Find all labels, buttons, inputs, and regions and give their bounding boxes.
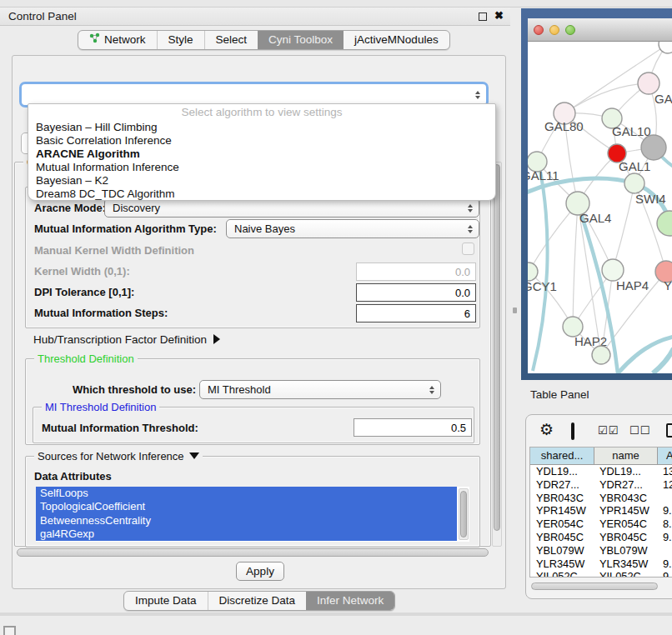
data-attribute-item[interactable]: SelfLoops [36, 487, 457, 500]
aracne-mode-combobox[interactable]: Discovery [104, 198, 479, 218]
network-edge[interactable] [613, 183, 634, 270]
network-node-label: GAL4 [579, 211, 611, 225]
network-edge[interactable] [618, 337, 672, 373]
table-row[interactable]: YLR345WYLR345W9. [530, 558, 672, 571]
tab-label: Impute Data [135, 592, 197, 610]
table-cell: YER054C [594, 518, 657, 531]
network-node-label: GAL10 [612, 124, 651, 138]
table-panel-title: Table Panel [530, 388, 589, 401]
manual-kernel-checkbox[interactable] [462, 242, 474, 255]
tab-style[interactable]: Style [157, 31, 204, 49]
table-horizontal-scrollbar[interactable] [531, 582, 658, 590]
split-pane-icon[interactable] [571, 422, 574, 440]
algorithm-option[interactable]: Dream8 DC_TDC Algorithm [28, 188, 495, 201]
network-canvas[interactable]: GALGAL80GAL10GAL1GAL11SWI4GAL4GCY1HAP4YH… [528, 42, 672, 373]
hub-definition-expander[interactable]: Hub/Transcription Factor Definition [33, 333, 220, 346]
settings-horizontal-scrollbar[interactable] [17, 548, 489, 557]
network-edge[interactable] [573, 203, 578, 327]
mi-threshold-field[interactable] [354, 418, 472, 437]
table-row[interactable]: YBL079WYBL079W [530, 544, 672, 558]
table-cell: YLR345W [594, 558, 657, 571]
table-cell: 9. [657, 570, 672, 577]
network-node-label: Y [664, 278, 672, 292]
mi-type-combobox[interactable]: Naive Bayes [226, 219, 479, 238]
table-row[interactable]: YBR045CYBR045C9. [530, 531, 672, 544]
zoom-traffic-light-icon[interactable] [565, 25, 575, 35]
gear-icon[interactable]: ⚙ [539, 422, 554, 438]
mi-steps-label: Mutual Information Steps: [34, 307, 168, 319]
dpi-tolerance-label: DPI Tolerance [0,1]: [34, 286, 134, 298]
table-panel-card: ⚙ ☑☑ ☐☐ shared...nameA YDL19...YDL19...1… [525, 414, 672, 599]
tab-label: Cyni Toolbox [268, 31, 333, 49]
tab-jactivemnodules[interactable]: jActiveMNodules [344, 31, 449, 49]
settings-vertical-scrollbar[interactable] [492, 162, 502, 547]
algorithm-option[interactable]: Basic Correlation Inference [28, 134, 495, 148]
algorithm-option[interactable]: ARACNE Algorithm [28, 148, 495, 161]
algorithm-option[interactable]: Bayesian – Hill Climbing [28, 121, 495, 134]
table-row[interactable]: YBR043CYBR043C [530, 492, 672, 505]
tab-impute-data[interactable]: Impute Data [124, 592, 208, 610]
network-window-titlebar[interactable] [528, 18, 672, 42]
network-tab-icon [89, 31, 100, 49]
tab-label: jActiveMNodules [354, 31, 439, 49]
which-threshold-label: Which threshold to use: [73, 383, 196, 396]
algorithm-option[interactable]: Bayesian – K2 [28, 174, 495, 188]
combo-stepper-icon [468, 204, 473, 212]
minimize-traffic-light-icon[interactable] [549, 25, 559, 35]
combo-stepper-icon [468, 225, 473, 233]
close-traffic-light-icon[interactable] [534, 25, 544, 35]
tab-network[interactable]: Network [78, 31, 157, 49]
sources-title[interactable]: Sources for Network Inference [34, 450, 203, 462]
mi-steps-field[interactable] [356, 304, 476, 322]
table-row[interactable]: YDL19...YDL19...13 [530, 465, 672, 478]
network-node-label: GAL80 [544, 119, 584, 133]
algorithm-option[interactable]: Mutual Information Inference [28, 161, 495, 174]
mi-type-value: Naive Bayes [234, 222, 295, 235]
tab-infer-network[interactable]: Infer Network [306, 592, 394, 610]
unchecked-columns-icon[interactable]: ☐☐ [629, 424, 650, 437]
data-attributes-list[interactable]: SelfLoopsTopologicalCoefficientBetweenne… [36, 487, 469, 542]
table-row[interactable]: YIL052CYIL052C9. [530, 570, 672, 577]
table-cell: YBR043C [530, 492, 594, 505]
screen: Control Panel ✖ NetworkStyleSelectCyni T… [0, 0, 672, 635]
float-window-icon[interactable] [479, 12, 487, 21]
column-header[interactable]: shared... [530, 448, 594, 464]
network-view-window[interactable]: GALGAL80GAL10GAL1GAL11SWI4GAL4GCY1HAP4YH… [521, 8, 672, 380]
document-icon[interactable] [666, 423, 672, 438]
network-node-label: GAL11 [528, 168, 559, 182]
tab-cyni-toolbox[interactable]: Cyni Toolbox [258, 31, 344, 49]
network-edge[interactable] [529, 203, 578, 272]
panel-divider-handle[interactable] [513, 308, 517, 313]
minimized-panel-icon[interactable] [3, 626, 16, 635]
checked-columns-icon[interactable]: ☑☑ [598, 424, 619, 437]
which-threshold-combobox[interactable]: MI Threshold [199, 380, 441, 399]
network-node[interactable] [641, 135, 666, 160]
data-attribute-item[interactable]: TopologicalCoefficient [36, 500, 457, 513]
data-attribute-item[interactable]: BetweennessCentrality [36, 514, 457, 528]
table-row[interactable]: YER054CYER054C8. [530, 518, 672, 531]
column-header[interactable]: name [594, 448, 657, 464]
apply-button[interactable]: Apply [236, 562, 284, 581]
tab-discretize-data[interactable]: Discretize Data [208, 592, 307, 610]
kernel-width-label: Kernel Width (0,1): [34, 265, 130, 278]
combo-stepper-icon [475, 91, 480, 99]
network-node[interactable] [592, 346, 610, 364]
expand-right-icon [213, 334, 220, 344]
table-cell: YIL052C [530, 570, 594, 577]
which-threshold-value: MI Threshold [208, 383, 271, 396]
table-row[interactable]: YPR145WYPR145W9. [530, 504, 672, 518]
column-header[interactable]: A [657, 448, 672, 464]
tab-select[interactable]: Select [204, 31, 258, 49]
kernel-width-field[interactable] [356, 262, 476, 281]
table-row[interactable]: YDR27...YDR27...12 [530, 478, 672, 492]
network-edge[interactable] [653, 348, 672, 373]
dpi-tolerance-field[interactable] [356, 283, 476, 302]
close-icon[interactable]: ✖ [494, 9, 504, 22]
network-edge[interactable] [564, 83, 649, 113]
data-attribute-item[interactable]: gal4RGexp [36, 528, 457, 541]
network-node[interactable] [659, 42, 672, 53]
attributes-list-scrollbar[interactable] [459, 488, 469, 540]
network-node[interactable] [657, 211, 672, 236]
network-canvas-container[interactable]: GALGAL80GAL10GAL1GAL11SWI4GAL4GCY1HAP4YH… [528, 42, 672, 373]
network-node-swi4[interactable] [624, 173, 644, 193]
